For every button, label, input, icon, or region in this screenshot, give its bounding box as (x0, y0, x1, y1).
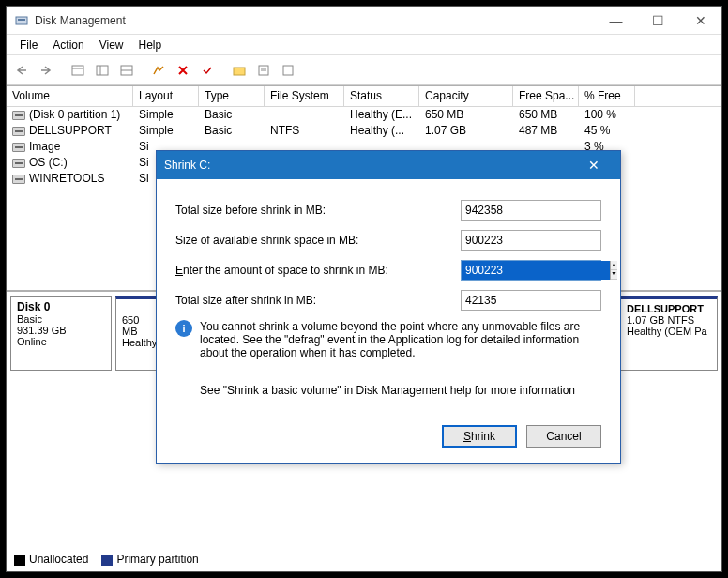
menu-help[interactable]: Help (131, 37, 170, 53)
part-status: Healthy (OEM Pa (627, 326, 707, 337)
dialog-close-button[interactable]: ✕ (575, 151, 613, 179)
delete-icon[interactable] (172, 59, 194, 82)
action-icon[interactable] (147, 59, 170, 82)
info-text-1: You cannot shrink a volume beyond the po… (200, 320, 601, 359)
header-type[interactable]: Type (199, 86, 265, 106)
part-info: 1.07 GB NTFS (627, 314, 694, 326)
legend: Unallocated Primary partition (14, 553, 199, 566)
maximize-button[interactable]: ☐ (637, 7, 679, 35)
check-icon[interactable] (196, 59, 219, 82)
label-total-before: Total size before shrink in MB: (175, 204, 461, 217)
minimize-button[interactable]: — (595, 7, 637, 35)
part1-size: 650 MB (122, 314, 139, 337)
value-total-after: 42135 (461, 290, 601, 311)
disk-size: 931.39 GB (17, 325, 67, 336)
legend-swatch-primary (101, 555, 113, 566)
shrink-amount-input[interactable]: ▲▼ (461, 260, 601, 281)
table-row[interactable]: (Disk 0 partition 1)SimpleBasicHealthy (… (7, 107, 721, 123)
spinner-buttons[interactable]: ▲▼ (610, 261, 617, 280)
svg-rect-2 (72, 66, 83, 75)
legend-primary: Primary partition (116, 553, 198, 566)
cancel-button[interactable]: Cancel (526, 425, 601, 448)
info-text-2: See "Shrink a basic volume" in Disk Mana… (200, 384, 601, 397)
properties-icon[interactable] (252, 59, 275, 82)
view2-icon[interactable] (91, 59, 114, 82)
part1-status: Healthy (122, 337, 157, 348)
header-capacity[interactable]: Capacity (419, 86, 513, 106)
disk-partition-dellsupport[interactable]: DELLSUPPORT 1.07 GB NTFS Healthy (OEM Pa (620, 296, 718, 371)
value-available: 900223 (461, 230, 601, 251)
label-total-after: Total size after shrink in MB: (175, 294, 461, 307)
disk-type: Basic (17, 313, 42, 325)
label-shrink-amount: Enter the amount of space to shrink in M… (175, 264, 461, 277)
disk-partition-1[interactable]: 650 MB Healthy (115, 296, 160, 371)
folder-icon[interactable] (228, 59, 250, 82)
header-volume[interactable]: Volume (7, 86, 133, 106)
app-icon (14, 13, 29, 28)
info-icon: i (175, 320, 192, 337)
header-layout[interactable]: Layout (133, 86, 199, 106)
grid-header: Volume Layout Type File System Status Ca… (7, 86, 721, 107)
menu-action[interactable]: Action (45, 37, 91, 53)
menu-view[interactable]: View (92, 37, 131, 53)
disk-label[interactable]: Disk 0 Basic 931.39 GB Online (10, 296, 112, 371)
svg-rect-4 (97, 66, 108, 75)
tool-extra-icon[interactable] (277, 59, 299, 82)
view3-icon[interactable] (115, 59, 138, 82)
menubar: File Action View Help (7, 35, 721, 55)
part-name: DELLSUPPORT (627, 303, 704, 314)
back-icon[interactable] (10, 59, 33, 82)
titlebar: Disk Management — ☐ ✕ (7, 7, 721, 35)
label-available: Size of available shrink space in MB: (175, 234, 461, 247)
disk-status: Online (17, 336, 47, 347)
menu-file[interactable]: File (12, 37, 45, 53)
header-fs[interactable]: File System (265, 86, 344, 106)
value-total-before: 942358 (461, 200, 601, 221)
svg-rect-12 (283, 66, 293, 75)
shrink-amount-field[interactable] (462, 261, 610, 280)
legend-unallocated: Unallocated (29, 553, 88, 566)
dialog-title: Shrink C: (164, 159, 575, 172)
forward-icon[interactable] (35, 59, 57, 82)
dialog-titlebar: Shrink C: ✕ (157, 151, 620, 179)
view1-icon[interactable] (67, 59, 89, 82)
shrink-dialog: Shrink C: ✕ Total size before shrink in … (156, 150, 621, 464)
disk-name: Disk 0 (17, 300, 50, 313)
header-free[interactable]: Free Spa... (513, 86, 579, 106)
window-title: Disk Management (35, 14, 595, 27)
header-status[interactable]: Status (344, 86, 419, 106)
table-row[interactable]: DELLSUPPORTSimpleBasicNTFSHealthy (...1.… (7, 123, 721, 139)
header-pctfree[interactable]: % Free (579, 86, 635, 106)
toolbar (7, 55, 721, 85)
svg-rect-8 (234, 68, 245, 75)
legend-swatch-unallocated (14, 555, 25, 566)
close-button[interactable]: ✕ (679, 7, 721, 35)
svg-rect-1 (18, 19, 25, 21)
shrink-button[interactable]: Shrink (442, 425, 517, 448)
